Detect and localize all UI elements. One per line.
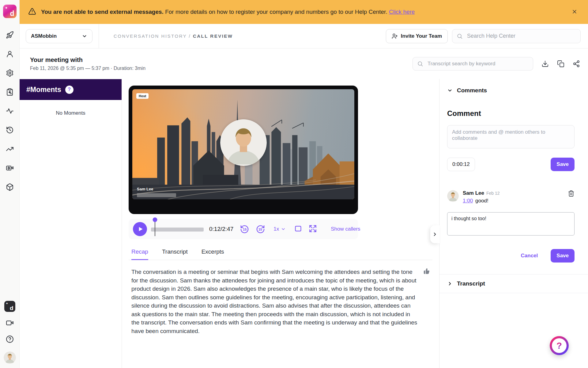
- no-moments-text: No Moments: [20, 110, 122, 116]
- sparkle-icon: ✦: [5, 6, 8, 10]
- comment-author-avatar: [447, 190, 459, 202]
- sparkle-icon: ✦: [6, 302, 8, 305]
- help-circle-icon[interactable]: [6, 335, 14, 344]
- comment-date: Feb 12: [486, 191, 500, 196]
- cube-icon[interactable]: [6, 183, 14, 191]
- seek-bar[interactable]: [151, 222, 204, 236]
- playback-speed-selector[interactable]: 1x: [272, 226, 288, 232]
- player-controls: 0:12/2:47 15 15 1x: [129, 219, 358, 239]
- badge-letter: d: [10, 305, 13, 311]
- clipboard-sparkle-icon[interactable]: [6, 88, 14, 96]
- comment-content-row: 1:00good!: [463, 198, 564, 204]
- top-header: ASMobbin CONVERSATION HISTORY / CALL REV…: [20, 24, 588, 48]
- speed-value: 1x: [273, 226, 279, 232]
- help-center-search-input[interactable]: [466, 33, 576, 40]
- meeting-datetime: Feb 11, 2026 @ 5:35 pm — 5:37 pm · Durat…: [30, 66, 145, 71]
- warning-banner: You are not able to send external messag…: [20, 0, 588, 24]
- logo-letter: d: [10, 10, 14, 17]
- video-player[interactable]: Host Sam Lee: [129, 86, 358, 214]
- content-tabs: Recap Transcript Excerpts: [129, 248, 432, 260]
- video-camera-icon[interactable]: [6, 319, 14, 328]
- transcript-section-header[interactable]: Transcript: [439, 274, 588, 293]
- activity-icon[interactable]: [6, 107, 14, 115]
- share-icon[interactable]: [573, 60, 580, 67]
- header-divider: [99, 24, 99, 48]
- copy-icon[interactable]: [557, 60, 564, 67]
- skip-back-15-icon[interactable]: 15: [240, 224, 249, 234]
- comment-text: good!: [475, 198, 488, 204]
- chevron-down-icon: [447, 88, 453, 93]
- playhead[interactable]: [155, 220, 155, 236]
- workspace-name: ASMobbin: [31, 33, 57, 39]
- rocket-icon[interactable]: [6, 31, 14, 39]
- panel-collapse-toggle[interactable]: [430, 225, 439, 243]
- breadcrumb: CONVERSATION HISTORY / CALL REVIEW: [114, 33, 233, 39]
- comment-form-meta: 0:00:12 Save: [447, 158, 575, 171]
- content-row: #Moments ? No Moments: [20, 79, 588, 368]
- warning-triangle-icon: [28, 7, 36, 17]
- help-center-search: [452, 29, 581, 43]
- help-fab-button[interactable]: ?: [550, 336, 569, 355]
- pip-icon[interactable]: [294, 224, 302, 234]
- comment-author-row: Sam LeeFeb 12: [463, 190, 564, 196]
- banner-click-here-link[interactable]: Click here: [389, 9, 415, 15]
- play-button[interactable]: [133, 222, 147, 236]
- comments-section-header[interactable]: Comments: [447, 87, 575, 94]
- user-avatar[interactable]: [4, 351, 16, 364]
- meeting-actions: [413, 57, 580, 71]
- comments-section-title: Comments: [457, 87, 487, 94]
- download-icon[interactable]: [541, 60, 549, 67]
- workspace-selector[interactable]: ASMobbin: [26, 29, 92, 43]
- comment-input[interactable]: [447, 125, 575, 148]
- reply-save-button[interactable]: Save: [551, 249, 575, 263]
- trash-icon[interactable]: [568, 190, 575, 197]
- meeting-info-row: Your meeting with Feb 11, 2026 @ 5:35 pm…: [20, 48, 588, 79]
- banner-message-bold: You are not able to send external messag…: [41, 9, 164, 15]
- help-fab-inner: ?: [552, 338, 567, 353]
- dubb-logo[interactable]: ✦ d: [3, 5, 17, 18]
- comment-author: Sam Lee: [463, 190, 484, 196]
- banner-message-body: For more details on how to register your…: [164, 9, 389, 15]
- trending-up-icon[interactable]: [6, 145, 14, 153]
- tab-excerpts[interactable]: Excerpts: [202, 248, 224, 260]
- tab-recap[interactable]: Recap: [131, 248, 148, 260]
- rail-nav: [6, 27, 14, 191]
- reply-input[interactable]: i thought so too!: [447, 212, 575, 236]
- comment-form-heading: Comment: [447, 109, 575, 118]
- main-column: You are not able to send external messag…: [20, 0, 588, 368]
- gear-icon[interactable]: [6, 69, 14, 77]
- moments-help-icon[interactable]: ?: [65, 86, 74, 94]
- comment-body: Sam LeeFeb 12 1:00good!: [463, 190, 564, 204]
- question-mark-icon: ?: [556, 340, 562, 351]
- chevron-right-icon: [447, 281, 453, 286]
- history-icon[interactable]: [6, 126, 14, 134]
- recap-panel: The conversation is a meeting or seminar…: [129, 268, 432, 335]
- header-right: Invite Your Team: [386, 29, 581, 43]
- comment-timestamp-link[interactable]: 1:00: [463, 198, 473, 204]
- show-callers-link[interactable]: Show callers: [329, 226, 362, 232]
- search-icon: [457, 33, 463, 39]
- video-settings-icon[interactable]: [6, 164, 14, 172]
- fullscreen-icon[interactable]: [309, 224, 317, 234]
- transcript-search: [413, 57, 533, 71]
- breadcrumb-parent: CONVERSATION HISTORY: [114, 33, 187, 39]
- person-icon[interactable]: [6, 50, 14, 58]
- timestamp-chip[interactable]: 0:00:12: [447, 158, 475, 171]
- video-thumbnail: Host Sam Lee: [132, 89, 354, 199]
- close-icon[interactable]: [570, 7, 579, 17]
- breadcrumb-current: CALL REVIEW: [193, 33, 233, 39]
- invite-your-team-button[interactable]: Invite Your Team: [386, 29, 448, 43]
- caller-name-label: Sam Lee: [137, 187, 153, 191]
- comment-save-button[interactable]: Save: [551, 158, 575, 171]
- meeting-title: Your meeting with: [30, 56, 145, 63]
- breadcrumb-divider: /: [187, 33, 193, 39]
- left-rail: ✦ d: [0, 0, 20, 368]
- reply-cancel-button[interactable]: Cancel: [519, 252, 540, 259]
- thumbs-up-icon[interactable]: [423, 268, 430, 277]
- tab-transcript[interactable]: Transcript: [162, 248, 188, 260]
- caller-audio-bar: [137, 193, 176, 197]
- speaker-avatar: [220, 119, 267, 166]
- transcript-search-input[interactable]: [427, 60, 529, 67]
- skip-forward-15-icon[interactable]: 15: [256, 224, 265, 234]
- dubb-badge-icon[interactable]: ✦ d: [4, 301, 15, 312]
